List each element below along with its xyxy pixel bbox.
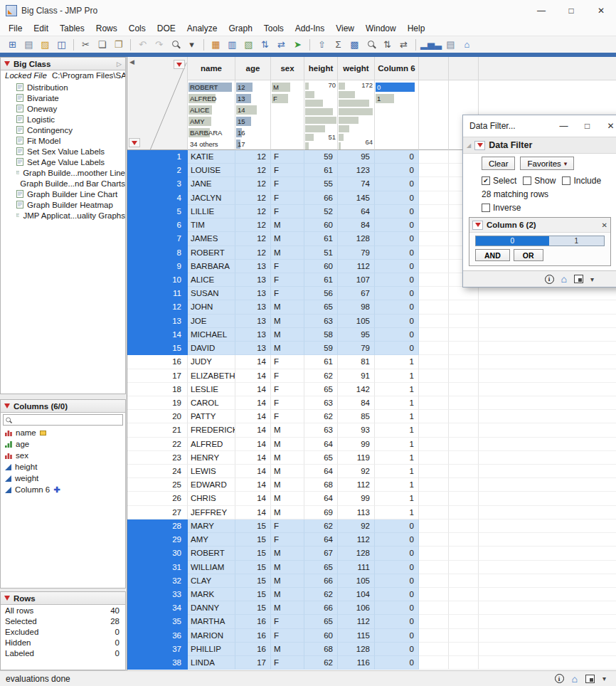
row-number-cell[interactable]: 11 <box>127 287 188 300</box>
show-checkbox[interactable] <box>523 176 531 185</box>
cell-height[interactable]: 69 <box>304 506 338 519</box>
join-tables-icon[interactable]: ⇄ <box>396 38 411 52</box>
cell-age[interactable]: 15 <box>235 574 271 588</box>
row-number-cell[interactable]: 23 <box>127 451 188 465</box>
table-script-item[interactable]: JMP Applicat...uality Graphs <box>1 210 125 221</box>
cell-column6[interactable]: 1 <box>375 383 419 396</box>
histogram-bin[interactable] <box>338 90 374 99</box>
row-number-cell[interactable]: 22 <box>127 438 188 451</box>
cell-column6[interactable]: 0 <box>375 164 419 177</box>
column-item-height[interactable]: height <box>1 461 125 473</box>
row-number-cell[interactable]: 38 <box>127 656 188 670</box>
cell-height[interactable]: 59 <box>304 150 338 164</box>
cell-name[interactable]: MICHAEL <box>188 328 235 342</box>
histogram-bin[interactable] <box>338 99 374 107</box>
info-icon[interactable] <box>555 674 564 683</box>
cell-age[interactable]: 14 <box>235 451 271 465</box>
cell-sex[interactable]: F <box>271 410 304 423</box>
header-graph-bar[interactable]: BARBARA <box>188 127 235 139</box>
cell-weight[interactable]: 128 <box>338 232 375 246</box>
row-number-cell[interactable]: 18 <box>127 383 188 396</box>
cell-name[interactable]: BARBARA <box>188 260 235 273</box>
cell-age[interactable]: 12 <box>235 191 271 205</box>
cell-height[interactable]: 60 <box>304 629 338 643</box>
row-number-cell[interactable]: 32 <box>127 574 188 588</box>
cell-weight[interactable]: 106 <box>338 601 375 615</box>
rows-menu-red-triangle[interactable] <box>129 138 140 147</box>
cell-name[interactable]: LESLIE <box>188 383 235 396</box>
row-number-cell[interactable]: 20 <box>127 410 188 423</box>
row-number-cell[interactable]: 14 <box>127 328 188 342</box>
cell-name[interactable]: JACLYN <box>188 191 235 205</box>
cell-name[interactable]: JOE <box>188 315 235 328</box>
cell-height[interactable]: 65 <box>304 451 338 465</box>
cell-age[interactable]: 15 <box>235 601 271 615</box>
window-list-dropdown-icon[interactable] <box>602 675 606 682</box>
menu-item[interactable]: Window <box>360 22 402 35</box>
cell-sex[interactable]: M <box>271 574 304 588</box>
cell-column6[interactable]: 0 <box>375 574 419 588</box>
columns-search-input[interactable] <box>3 414 123 426</box>
cell-name[interactable]: DAVID <box>188 342 235 355</box>
column-switcher-icon[interactable]: ⇄ <box>274 38 289 52</box>
cell-age[interactable]: 16 <box>235 615 271 628</box>
cell-weight[interactable]: 119 <box>338 451 375 465</box>
cell-height[interactable]: 68 <box>304 643 338 656</box>
cell-name[interactable]: MARY <box>188 519 235 533</box>
header-graph-bar[interactable]: 12 <box>235 82 270 93</box>
home-window-icon[interactable]: ⌂ <box>460 38 474 52</box>
header-graph-bar[interactable]: 16 <box>235 127 270 139</box>
cell-sex[interactable]: F <box>271 383 304 396</box>
cell-sex[interactable]: F <box>271 191 304 205</box>
cell-weight[interactable]: 91 <box>338 369 375 383</box>
and-button[interactable]: AND <box>475 249 510 261</box>
cell-weight[interactable]: 123 <box>338 164 375 177</box>
cell-age[interactable]: 16 <box>235 643 271 656</box>
menu-item[interactable]: Rows <box>90 22 123 35</box>
menu-item[interactable]: DOE <box>152 22 181 35</box>
cell-height[interactable]: 63 <box>304 315 338 328</box>
redo-icon[interactable]: ↷ <box>152 38 166 52</box>
row-number-cell[interactable]: 24 <box>127 465 188 478</box>
run-script-icon[interactable]: ➤ <box>290 38 305 52</box>
column-header-age[interactable]: age <box>235 57 271 80</box>
row-number-cell[interactable]: 3 <box>127 177 188 191</box>
cell-column6[interactable]: 1 <box>375 451 419 465</box>
row-number-cell[interactable]: 15 <box>127 342 188 355</box>
table-script-item[interactable]: Bivariate <box>1 93 125 103</box>
cell-height[interactable]: 65 <box>304 615 338 628</box>
cell-name[interactable]: DANNY <box>188 601 235 615</box>
table-script-item[interactable]: Contingency <box>1 125 125 135</box>
show-option[interactable]: Show <box>523 176 556 186</box>
cell-name[interactable]: ALICE <box>188 273 235 287</box>
histogram-bin[interactable] <box>304 90 337 99</box>
cell-age[interactable]: 15 <box>235 588 271 601</box>
cell-column6[interactable]: 0 <box>375 218 419 232</box>
cell-name[interactable]: MARTHA <box>188 615 235 628</box>
cell-height[interactable]: 61 <box>304 232 338 246</box>
cell-sex[interactable]: M <box>271 561 304 574</box>
row-number-cell[interactable]: 36 <box>127 629 188 643</box>
histogram-bin[interactable] <box>304 142 337 150</box>
cell-age[interactable]: 14 <box>235 410 271 423</box>
dialog-close-button[interactable]: ✕ <box>599 116 616 136</box>
cell-age[interactable]: 14 <box>235 369 271 383</box>
header-graph-bar[interactable]: 1 <box>375 93 418 105</box>
cell-name[interactable]: KATIE <box>188 150 235 164</box>
cell-height[interactable]: 55 <box>304 177 338 191</box>
cell-column6[interactable]: 0 <box>375 615 419 628</box>
cell-column6[interactable]: 1 <box>375 506 419 519</box>
zoom-icon[interactable] <box>168 38 183 52</box>
cell-height[interactable]: 59 <box>304 342 338 355</box>
cell-age[interactable]: 13 <box>235 260 271 273</box>
cell-column6[interactable]: 0 <box>375 342 419 355</box>
histogram-bin[interactable] <box>304 125 337 133</box>
cell-sex[interactable]: M <box>271 315 304 328</box>
row-number-cell[interactable]: 5 <box>127 205 188 218</box>
journal-icon[interactable]: ▤ <box>443 38 458 52</box>
header-graph-bar[interactable]: ALICE <box>188 105 235 116</box>
cell-age[interactable]: 13 <box>235 315 271 328</box>
cut-icon[interactable]: ✂ <box>78 38 93 52</box>
cell-height[interactable]: 62 <box>304 588 338 601</box>
header-graph-column6[interactable]: 0 1 <box>375 80 419 150</box>
